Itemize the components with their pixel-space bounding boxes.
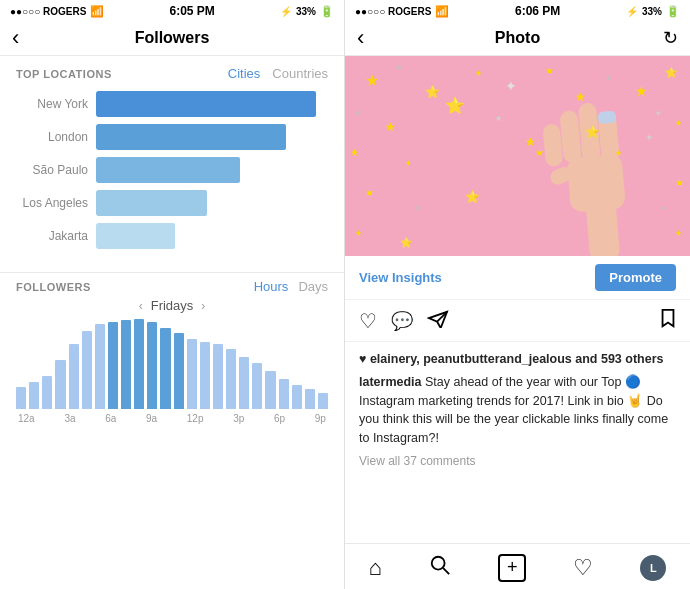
bar-row-newyork: New York (16, 91, 328, 117)
profile-nav-button[interactable]: L (640, 555, 666, 581)
svg-point-40 (432, 557, 445, 570)
left-status-bar: ●●○○○ ROGERS 📶 6:05 PM ⚡ 33% 🔋 (0, 0, 344, 20)
svg-text:★: ★ (535, 147, 544, 158)
left-bluetooth-icon: ⚡ (280, 6, 292, 17)
bar-fill-london (96, 124, 286, 150)
svg-text:★: ★ (350, 147, 359, 158)
add-post-button[interactable]: + (498, 554, 526, 582)
svg-text:★: ★ (495, 114, 502, 123)
bar-label-jakarta: Jakarta (16, 229, 88, 243)
bar-fill-losangeles (96, 190, 207, 216)
left-time: 6:05 PM (169, 4, 214, 18)
right-time: 6:06 PM (515, 4, 560, 18)
right-status-bar: ●●○○○ ROGERS 📶 6:06 PM ⚡ 33% 🔋 (345, 0, 690, 20)
svg-text:★: ★ (675, 177, 684, 188)
refresh-button[interactable]: ↻ (663, 27, 678, 49)
hist-bar-18 (252, 363, 262, 409)
hist-label-12p: 12p (187, 413, 204, 424)
svg-text:✦: ✦ (415, 204, 422, 213)
search-nav-button[interactable] (429, 554, 451, 581)
tab-days[interactable]: Days (298, 279, 328, 294)
hist-bar-21 (292, 385, 302, 409)
post-action-icons: ♡ 💬 (345, 300, 690, 342)
right-nav-bar: ‹ Photo ↻ (345, 20, 690, 56)
right-bluetooth-icon: ⚡ (626, 6, 638, 17)
svg-text:✦: ✦ (655, 109, 662, 118)
hist-bar-11 (160, 328, 170, 409)
bar-row-jakarta: Jakarta (16, 223, 328, 249)
hist-bar-1 (29, 382, 39, 409)
tab-cities[interactable]: Cities (228, 66, 261, 81)
hist-label-9a: 9a (146, 413, 157, 424)
hist-label-6p: 6p (274, 413, 285, 424)
left-back-button[interactable]: ‹ (12, 25, 19, 51)
hist-bar-2 (42, 376, 52, 409)
promote-button[interactable]: Promote (595, 264, 676, 291)
hist-label-9p: 9p (315, 413, 326, 424)
hist-bar-16 (226, 349, 236, 409)
view-comments-link[interactable]: View all 37 comments (359, 452, 676, 470)
left-status-right: ⚡ 33% 🔋 (280, 5, 334, 18)
svg-text:✦: ✦ (660, 204, 667, 213)
left-nav-title: Followers (135, 29, 210, 47)
top-locations-header: TOP LOCATIONS Cities Countries (0, 56, 344, 87)
bar-label-losangeles: Los Angeles (16, 196, 88, 210)
tab-countries[interactable]: Countries (272, 66, 328, 81)
bar-bg-losangeles (96, 190, 328, 216)
prev-day-button[interactable]: ‹ (139, 299, 143, 313)
view-insights-button[interactable]: View Insights (359, 270, 442, 285)
right-panel: ●●○○○ ROGERS 📶 6:06 PM ⚡ 33% 🔋 ‹ Photo ↻… (345, 0, 690, 589)
photo-actions-row: View Insights Promote (345, 256, 690, 300)
hist-bar-7 (108, 322, 118, 409)
bar-bg-saopaulo (96, 157, 328, 183)
next-day-button[interactable]: › (201, 299, 205, 313)
post-photo: ★ ✦ ⭐ ★ ✦ ★ ✦ ★ ⭐ ★ ★ ✦ ★ ⭐ ✦ ★ ✦ ★ (345, 56, 690, 256)
hist-bar-0 (16, 387, 26, 409)
svg-text:✦: ✦ (505, 78, 517, 94)
svg-text:⭐: ⭐ (400, 236, 413, 249)
post-likes-line: ♥ elainery, peanutbutterand_jealous and … (359, 350, 676, 369)
bar-row-losangeles: Los Angeles (16, 190, 328, 216)
like-button[interactable]: ♡ (359, 309, 377, 333)
share-button[interactable] (427, 309, 449, 333)
svg-text:★: ★ (635, 83, 648, 99)
svg-text:★: ★ (475, 69, 482, 78)
right-back-button[interactable]: ‹ (357, 25, 364, 51)
post-likes: ♥ elainery, peanutbutterand_jealous and … (359, 352, 664, 366)
activity-nav-button[interactable]: ♡ (573, 555, 593, 581)
home-nav-button[interactable]: ⌂ (369, 555, 382, 581)
hist-bar-3 (55, 360, 65, 409)
svg-text:★: ★ (675, 119, 682, 128)
hist-bar-22 (305, 389, 315, 409)
followers-section: FOLLOWERS Hours Days ‹ Fridays › 12a 3a … (0, 279, 344, 589)
right-status-left: ●●○○○ ROGERS 📶 (355, 5, 449, 18)
location-bar-chart: New York London São Paulo Los Angeles Ja… (0, 87, 344, 266)
bar-bg-jakarta (96, 223, 328, 249)
left-battery: 33% (296, 6, 316, 17)
right-status-right: ⚡ 33% 🔋 (626, 5, 680, 18)
svg-text:★: ★ (385, 120, 396, 134)
action-icons-left: ♡ 💬 (359, 309, 449, 333)
comment-button[interactable]: 💬 (391, 309, 413, 333)
post-author: latermedia (359, 375, 422, 389)
followers-label: FOLLOWERS (16, 281, 91, 293)
hist-bar-13 (187, 339, 197, 409)
bar-fill-newyork (96, 91, 316, 117)
current-day: Fridays (151, 298, 194, 313)
svg-text:⭐: ⭐ (465, 189, 480, 204)
left-carrier: ●●○○○ ROGERS (10, 6, 86, 17)
tab-hours[interactable]: Hours (254, 279, 289, 294)
left-status-left: ●●○○○ ROGERS 📶 (10, 5, 104, 18)
right-wifi-icon: 📶 (435, 5, 449, 18)
post-text: ♥ elainery, peanutbutterand_jealous and … (345, 342, 690, 543)
svg-text:★: ★ (675, 229, 682, 238)
histogram-labels: 12a 3a 6a 9a 12p 3p 6p 9p (16, 413, 328, 424)
svg-text:✦: ✦ (405, 159, 412, 168)
svg-line-41 (443, 568, 449, 574)
left-wifi-icon: 📶 (90, 5, 104, 18)
bar-label-saopaulo: São Paulo (16, 163, 88, 177)
right-carrier: ●●○○○ ROGERS (355, 6, 431, 17)
left-nav-bar: ‹ Followers (0, 20, 344, 56)
hist-bar-15 (213, 344, 223, 409)
bookmark-button[interactable] (660, 308, 676, 333)
